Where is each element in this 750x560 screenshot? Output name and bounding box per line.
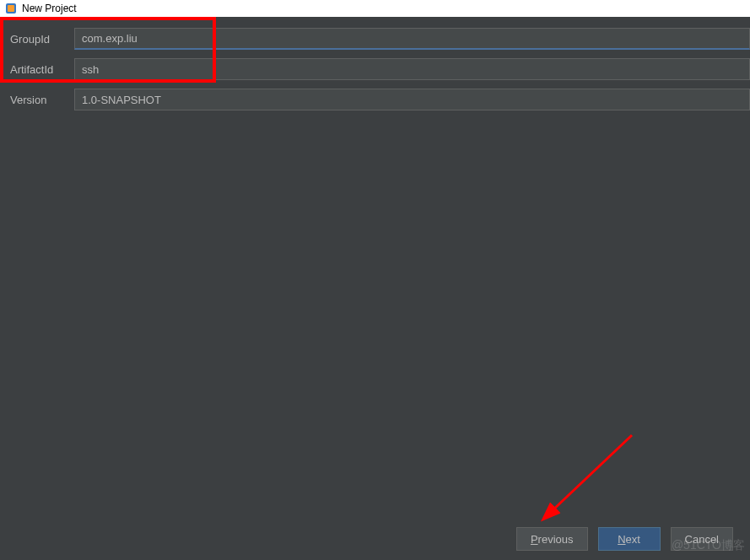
window-title: New Project [22,3,77,14]
next-button-rest: ext [626,533,640,546]
next-button[interactable]: Next [598,527,661,551]
main-form-area: GroupId ArtifactId Version [0,17,750,518]
previous-button-rest: revious [538,533,574,546]
version-row: Version [5,86,750,113]
window-title-bar: New Project [0,0,750,17]
artifact-id-input[interactable] [74,58,750,80]
version-input[interactable] [74,89,750,110]
group-id-input[interactable] [74,28,750,50]
artifact-id-label: ArtifactId [5,58,74,80]
group-id-label: GroupId [5,28,74,50]
version-label: Version [5,89,74,110]
wizard-button-bar: Previous Next Cancel [0,518,750,560]
artifact-id-row: ArtifactId [5,56,750,83]
app-icon [5,3,17,14]
svg-rect-1 [8,5,14,12]
previous-button[interactable]: Previous [516,527,588,551]
cancel-button[interactable]: Cancel [671,527,733,551]
group-id-row: GroupId [5,25,750,52]
